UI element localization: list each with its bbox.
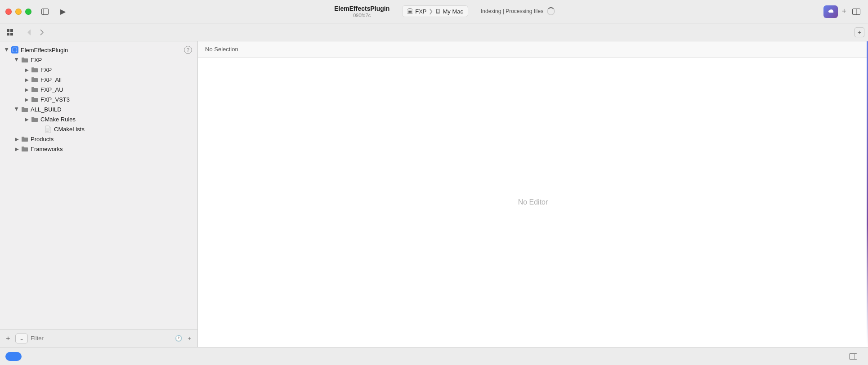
chevron-frameworks: ▶: [13, 145, 21, 152]
chevron-cmake-rules: ▶: [23, 116, 31, 123]
tree-item-cmakelists[interactable]: ▶ CMakeLists: [0, 124, 197, 134]
folder-icon-fxp-au: [31, 85, 39, 93]
chevron-root: ▶: [4, 46, 11, 53]
all-build-label: ALL_BUILD: [31, 106, 62, 113]
chevron-all-build: ▶: [13, 106, 21, 113]
main-container: ▶ ElemEffectsPlugin ? ▶ FXP: [0, 41, 868, 347]
toolbar-divider: [20, 28, 20, 37]
sidebar-content: ▶ ElemEffectsPlugin ? ▶ FXP: [0, 41, 197, 329]
filter-actions: 🕐 +: [174, 334, 194, 343]
file-icon-cmakelists: [44, 125, 52, 133]
folder-icon-cmake-rules: [31, 115, 39, 123]
cmake-rules-label: CMake Rules: [40, 116, 76, 123]
close-button[interactable]: [5, 9, 12, 15]
breadcrumb-bar[interactable]: 🏛 FXP ❯ 🖥 My Mac: [402, 5, 468, 17]
toolbar: +: [0, 23, 868, 41]
project-title: ElemEffectsPlugin: [334, 5, 389, 13]
folder-icon-fxp: [31, 66, 39, 74]
tree-item-fxp-au[interactable]: ▶ FXP_AU: [0, 85, 197, 94]
split-view-button[interactable]: [850, 5, 863, 18]
breadcrumb-computer: My Mac: [443, 8, 464, 15]
fullscreen-button[interactable]: [25, 9, 31, 15]
header-plus-button[interactable]: +: [841, 7, 846, 16]
sidebar-bottom: + ⌄ 🕐 +: [0, 329, 197, 347]
project-icon: [11, 46, 19, 54]
svg-rect-6: [7, 33, 9, 36]
add-item-button[interactable]: +: [4, 334, 13, 343]
indexing-text: Indexing | Processing files: [481, 8, 543, 14]
fxp-vst3-label: FXP_VST3: [40, 96, 70, 103]
folder-icon-fxp-vst3: [31, 95, 39, 103]
nav-forward-button[interactable]: [36, 27, 47, 38]
nav-back-button[interactable]: [24, 27, 35, 38]
tree-item-root[interactable]: ▶ ElemEffectsPlugin ?: [0, 45, 197, 55]
run-button[interactable]: ▶: [57, 5, 69, 18]
cloud-button[interactable]: [823, 5, 838, 18]
folder-icon-products: [21, 135, 29, 143]
fxp-label: FXP: [40, 67, 52, 73]
tree-item-cmake-rules[interactable]: ▶ CMake Rules: [0, 114, 197, 124]
chevron-fxp-au: ▶: [23, 86, 31, 93]
tree-item-fxp-all[interactable]: ▶ FXP_All: [0, 75, 197, 85]
filter-add-button[interactable]: +: [185, 334, 194, 343]
fxp-group-label: FXP: [31, 57, 42, 63]
filter-input[interactable]: [31, 335, 171, 342]
computer-icon: 🖥: [435, 8, 441, 15]
folder-icon-frameworks: [21, 145, 29, 153]
chevron-fxp-all: ▶: [23, 76, 31, 83]
svg-rect-4: [7, 29, 9, 32]
filter-dropdown-icon: ⌄: [19, 335, 24, 342]
folder-icon-all-build: [21, 105, 29, 113]
chevron-fxp-vst3: ▶: [23, 96, 31, 103]
sidebar-toggle-button[interactable]: [39, 5, 51, 18]
folder-icon-fxp-all: [31, 76, 39, 84]
add-editor-button[interactable]: +: [855, 27, 864, 37]
indexing-status: Indexing | Processing files: [481, 7, 555, 15]
editor-main: No Editor: [198, 58, 868, 347]
chevron-products: ▶: [13, 135, 21, 142]
svg-rect-11: [850, 353, 857, 359]
breadcrumb-institution: FXP: [415, 8, 426, 15]
right-panel-toggle-button[interactable]: [849, 353, 863, 360]
svg-rect-5: [10, 29, 13, 32]
title-center: ElemEffectsPlugin 090fd7c 🏛 FXP ❯ 🖥 My M…: [73, 5, 823, 18]
project-title-block: ElemEffectsPlugin 090fd7c: [334, 5, 389, 18]
title-bar: ▶ ElemEffectsPlugin 090fd7c 🏛 FXP ❯ 🖥 My…: [0, 0, 868, 23]
fxp-au-label: FXP_AU: [40, 86, 63, 93]
sidebar: ▶ ElemEffectsPlugin ? ▶ FXP: [0, 41, 198, 347]
editor-area: No Selection No Editor: [198, 41, 868, 347]
fxp-all-label: FXP_All: [40, 76, 62, 83]
cmakelists-label: CMakeLists: [54, 126, 85, 133]
products-label: Products: [31, 136, 54, 142]
tree-item-all-build[interactable]: ▶ ALL_BUILD: [0, 104, 197, 114]
folder-icon-fxp-group: [21, 56, 29, 64]
chevron-fxp-group: ▶: [13, 56, 21, 63]
frameworks-label: Frameworks: [31, 146, 63, 152]
institution-icon: 🏛: [407, 8, 413, 15]
indexing-spinner: [547, 7, 555, 15]
tree-item-products[interactable]: ▶ Products: [0, 134, 197, 144]
help-button[interactable]: ?: [184, 46, 192, 54]
no-editor-text: No Editor: [518, 198, 548, 206]
tree-item-fxp[interactable]: ▶ FXP: [0, 65, 197, 75]
minimize-button[interactable]: [15, 9, 22, 15]
root-label: ElemEffectsPlugin: [21, 47, 68, 53]
filter-history-button[interactable]: 🕐: [174, 334, 183, 343]
editor-header: No Selection: [198, 41, 868, 58]
traffic-lights: [5, 9, 31, 15]
tree-item-fxp-group[interactable]: ▶ FXP: [0, 55, 197, 65]
project-hash: 090fd7c: [353, 13, 371, 18]
breadcrumb-chevron-icon: ❯: [429, 8, 433, 14]
tree-item-frameworks[interactable]: ▶ Frameworks: [0, 144, 197, 154]
svg-rect-7: [10, 33, 13, 36]
tree-item-fxp-vst3[interactable]: ▶ FXP_VST3: [0, 94, 197, 104]
grid-view-button[interactable]: [4, 26, 16, 39]
chevron-fxp: ▶: [23, 66, 31, 73]
svg-rect-0: [42, 9, 49, 14]
filter-dropdown-button[interactable]: ⌄: [15, 334, 28, 343]
no-selection-text: No Selection: [205, 46, 238, 53]
status-bar: [0, 347, 868, 365]
status-indicator: [5, 352, 22, 361]
